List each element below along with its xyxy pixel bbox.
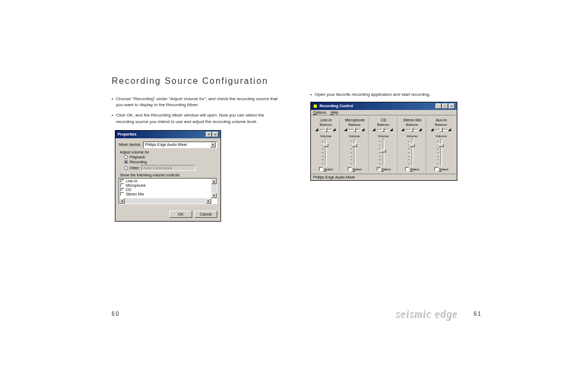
recording-control-window: Recording Control _ □ × Options Help Lin… <box>310 102 457 181</box>
volume-label: Volume: <box>378 134 390 138</box>
volume-icon <box>313 104 317 108</box>
channel-microphone: Microphone Balance: ◢ ◢ Volume: Select <box>341 117 369 172</box>
radio-icon <box>124 166 128 170</box>
channel-strip: Line-In Balance: ◢ ◢ Volume: Select Micr… <box>311 115 457 174</box>
volume-label: Volume: <box>320 134 332 138</box>
mixer-label: Mixer device: <box>119 143 141 146</box>
adjust-label: Adjust volume for <box>120 150 217 154</box>
select-checkbox[interactable]: ✓ Select <box>377 167 391 171</box>
scroll-down-icon[interactable]: ▼ <box>211 193 217 198</box>
speaker-left-icon: ◢ <box>315 127 320 132</box>
check-cd[interactable]: ✓CD <box>120 188 216 192</box>
radio-other[interactable]: Other Voice Commands <box>124 165 217 171</box>
speaker-right-icon: ◢ <box>362 127 366 132</box>
speaker-right-icon: ◢ <box>448 127 452 132</box>
channel-name: Line-In <box>320 118 332 122</box>
balance-slider[interactable]: ◢ ◢ <box>401 127 423 132</box>
volume-label: Volume: <box>349 134 361 138</box>
help-button[interactable]: ? <box>206 132 212 137</box>
check-stereomix[interactable]: Stereo Mix <box>120 192 216 196</box>
balance-label: Balance: <box>406 123 419 126</box>
dropdown-arrow-icon: ▼ <box>210 142 216 148</box>
scroll-right-icon[interactable]: ► <box>206 198 211 204</box>
scroll-up-icon[interactable]: ▲ <box>211 179 217 184</box>
radio-icon <box>124 160 128 164</box>
cancel-button[interactable]: Cancel <box>194 211 217 218</box>
check-linein[interactable]: ✓Line-In <box>120 179 216 183</box>
volume-label: Volume: <box>436 134 448 138</box>
volume-slider[interactable] <box>437 139 446 166</box>
speaker-right-icon: ◢ <box>419 127 423 132</box>
bullet-2: Click OK, and the Recording Mixer window… <box>112 112 283 124</box>
radio-playback[interactable]: Playback <box>124 155 217 159</box>
page-number-right: 61 <box>474 311 482 317</box>
other-input: Voice Commands <box>141 165 195 171</box>
bullet-right-1: Open your favorite recording application… <box>310 91 482 97</box>
properties-dialog: Properties ? × Mixer device: Philips Edg… <box>115 130 221 222</box>
channel-name: Stereo Mix <box>403 118 421 122</box>
volume-label: Volume: <box>406 134 418 138</box>
channel-aux-in: Aux-In Balance: ◢ ◢ Volume: Select <box>428 117 455 172</box>
right-page: Open your favorite recording application… <box>310 76 482 321</box>
volume-slider[interactable] <box>351 139 359 166</box>
speaker-left-icon: ◢ <box>344 127 348 132</box>
channel-name: Aux-In <box>436 118 446 122</box>
speaker-left-icon: ◢ <box>401 127 406 132</box>
radio-icon <box>124 155 128 159</box>
maximize-button[interactable]: □ <box>442 103 448 109</box>
channel-line-in: Line-In Balance: ◢ ◢ Volume: Select <box>313 117 340 172</box>
volume-slider[interactable] <box>322 139 330 166</box>
scroll-left-icon[interactable]: ◄ <box>119 198 125 204</box>
speaker-left-icon: ◢ <box>372 127 377 132</box>
select-checkbox[interactable]: Select <box>319 167 333 171</box>
section-heading: Recording Source Configuration <box>112 76 283 86</box>
balance-slider[interactable]: ◢ ◢ <box>344 127 366 132</box>
scrollbar-vertical[interactable]: ▲ ▼ <box>211 179 217 198</box>
balance-slider[interactable]: ◢ ◢ <box>315 127 337 132</box>
volume-slider[interactable] <box>408 139 416 166</box>
check-microphone[interactable]: Microphone <box>120 183 216 187</box>
left-page: Recording Source Configuration Choose "R… <box>112 76 283 321</box>
balance-slider[interactable]: ◢ ◢ <box>431 127 452 132</box>
select-checkbox[interactable]: Select <box>405 167 419 171</box>
ok-button[interactable]: OK <box>169 211 192 218</box>
speaker-right-icon: ◢ <box>390 127 394 132</box>
properties-titlebar: Properties ? × <box>115 131 220 138</box>
channel-name: Microphone <box>345 118 365 122</box>
scrollbar-horizontal[interactable]: ◄ ► <box>119 198 211 204</box>
rc-menubar: Options Help <box>311 110 457 115</box>
balance-label: Balance: <box>377 123 390 126</box>
page-footer: 60 seismic edge 61 <box>112 308 482 320</box>
show-label: Show the following volume controls: <box>120 173 217 177</box>
bullet-1: Choose "Recording" under "Adjust Volume … <box>112 96 283 108</box>
balance-label: Balance: <box>348 123 361 126</box>
mixer-value: Philips Edge Audio Mixer <box>145 143 187 146</box>
rc-statusbar: Philips Edge Audio Mixer <box>311 174 457 180</box>
channel-stereomix: Stereo Mix Balance: ◢ ◢ Volume: Select <box>399 117 426 172</box>
menu-help[interactable]: Help <box>330 111 338 114</box>
seismic-edge-logo: seismic edge <box>395 308 457 320</box>
volume-controls-listbox[interactable]: ✓Line-In Microphone ✓CD Stereo Mix ▲ ▼ ◄… <box>119 178 217 204</box>
page-number-left: 60 <box>112 311 120 317</box>
balance-label: Balance: <box>435 123 448 126</box>
select-checkbox[interactable]: Select <box>348 167 362 171</box>
close-button[interactable]: × <box>449 103 455 109</box>
minimize-button[interactable]: _ <box>436 103 442 109</box>
rc-titlebar: Recording Control _ □ × <box>311 102 457 110</box>
close-button[interactable]: × <box>212 132 218 137</box>
properties-title: Properties <box>118 132 137 136</box>
menu-options[interactable]: Options <box>313 111 326 114</box>
balance-label: Balance: <box>320 123 332 126</box>
speaker-left-icon: ◢ <box>431 127 435 132</box>
radio-recording[interactable]: Recording <box>124 160 217 164</box>
speaker-right-icon: ◢ <box>333 127 337 132</box>
select-checkbox[interactable]: Select <box>434 167 449 171</box>
volume-slider[interactable] <box>379 139 388 166</box>
channel-name: CD <box>381 118 386 122</box>
channel-cd: CD Balance: ◢ ◢ Volume: ✓ Select <box>370 117 397 172</box>
balance-slider[interactable]: ◢ ◢ <box>372 127 394 132</box>
mixer-dropdown[interactable]: Philips Edge Audio Mixer ▼ <box>143 142 217 148</box>
rc-title: Recording Control <box>320 104 353 108</box>
